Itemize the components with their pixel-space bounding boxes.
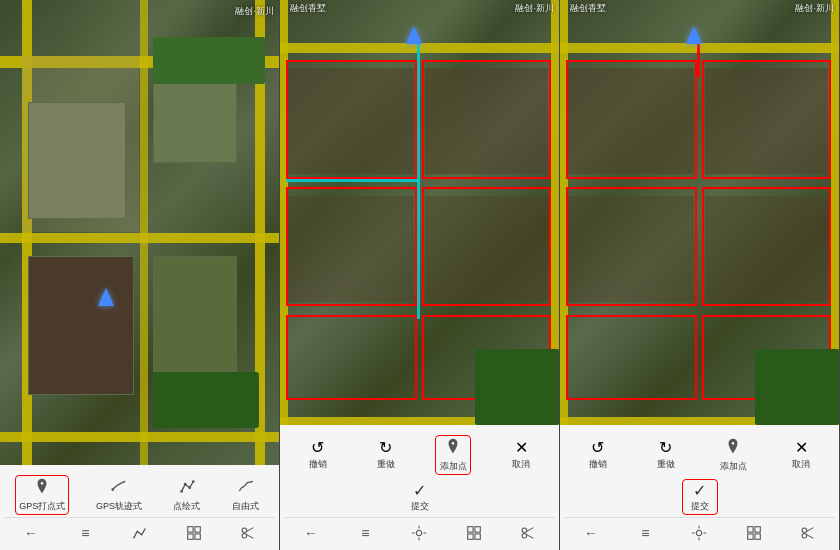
- scissors-button-1[interactable]: [230, 522, 266, 544]
- map-1[interactable]: 融创·新川: [0, 0, 279, 465]
- menu-icon-3: ≡: [641, 525, 649, 541]
- grid-icon-1: [185, 524, 203, 542]
- location-button-3[interactable]: [681, 522, 717, 544]
- gps-mode-label: GPS打点式: [19, 500, 65, 513]
- check-icon-2: ✓: [413, 481, 426, 500]
- svg-rect-21: [747, 534, 752, 539]
- cancel-label-2: 取消: [512, 458, 530, 471]
- svg-point-1: [180, 490, 183, 493]
- scissors-button-3[interactable]: [790, 522, 826, 544]
- gps-mode-button[interactable]: GPS打点式: [15, 475, 69, 515]
- redo-button-2[interactable]: ↻ 重做: [368, 438, 404, 473]
- svg-rect-19: [747, 527, 752, 532]
- menu-button-3[interactable]: ≡: [627, 523, 663, 543]
- cancel-button-2[interactable]: ✕ 取消: [503, 438, 539, 473]
- undo-button-2[interactable]: ↺ 撤销: [300, 438, 336, 473]
- toolbar-bottom-2: ← ≡: [284, 517, 555, 546]
- grid-button-1[interactable]: [176, 522, 212, 544]
- redo-button-3[interactable]: ↻ 重做: [648, 438, 684, 473]
- back-icon-3: ←: [584, 525, 598, 541]
- svg-rect-14: [467, 534, 472, 539]
- scissors-icon-1: [239, 524, 257, 542]
- free-draw-button[interactable]: 自由式: [228, 475, 264, 515]
- dot-draw-button[interactable]: 点绘式: [169, 475, 205, 515]
- add-point-button-2[interactable]: 添加点: [435, 435, 471, 475]
- panel-1: 融创·新川 GPS打点式 GP: [0, 0, 280, 550]
- location-marker-3: [686, 26, 702, 44]
- add-point-label-3: 添加点: [720, 460, 747, 473]
- svg-point-17: [522, 533, 527, 538]
- svg-point-0: [111, 488, 114, 491]
- map-label-3b: 融创·新川: [795, 2, 834, 15]
- menu-button-2[interactable]: ≡: [347, 523, 383, 543]
- svg-point-24: [802, 533, 807, 538]
- gps-track-button[interactable]: GPS轨迹式: [92, 475, 146, 515]
- grid-button-3[interactable]: [736, 522, 772, 544]
- undo-icon-2: ↺: [311, 440, 324, 456]
- gps-track-label: GPS轨迹式: [96, 500, 142, 513]
- add-point-label-2: 添加点: [440, 460, 467, 473]
- map-3[interactable]: 融创香墅 融创·新川: [560, 0, 839, 425]
- submit-button-3[interactable]: ✓ 提交: [682, 479, 718, 515]
- svg-rect-8: [195, 534, 200, 539]
- map-label-3a: 融创香墅: [570, 2, 606, 15]
- svg-rect-15: [475, 534, 480, 539]
- back-button-2[interactable]: ←: [293, 523, 329, 543]
- redo-label-3: 重做: [657, 458, 675, 471]
- grid-button-2[interactable]: [456, 522, 492, 544]
- add-point-icon-3: [724, 437, 742, 458]
- svg-rect-13: [475, 527, 480, 532]
- cancel-icon-3: ✕: [795, 440, 808, 456]
- svg-point-10: [242, 533, 247, 538]
- toolbar-1: GPS打点式 GPS轨迹式: [0, 465, 279, 550]
- location-button-2[interactable]: [401, 522, 437, 544]
- draw-button-1[interactable]: [121, 522, 157, 544]
- undo-label-2: 撤销: [309, 458, 327, 471]
- add-point-button-3[interactable]: 添加点: [715, 435, 751, 475]
- gps-track-icon: [110, 477, 128, 498]
- panel-2: 融创香墅 融创·新川 ↺ 撤销: [280, 0, 560, 550]
- undo-icon-3: ↺: [591, 440, 604, 456]
- toolbar-main-1: GPS打点式 GPS轨迹式: [4, 471, 275, 517]
- toolbar-3: ↺ 撤销 ↻ 重做 添加点 ✕ 取消: [560, 425, 839, 550]
- submit-row-2: ✓ 提交: [284, 477, 555, 517]
- toolbar-main-2: ↺ 撤销 ↻ 重做 添加点 ✕ 取消: [284, 431, 555, 477]
- back-icon-2: ←: [304, 525, 318, 541]
- red-line-v: [697, 43, 700, 77]
- toolbar-main-3: ↺ 撤销 ↻ 重做 添加点 ✕ 取消: [564, 431, 835, 477]
- menu-button-1[interactable]: ≡: [67, 523, 103, 543]
- map-2[interactable]: 融创香墅 融创·新川: [280, 0, 559, 425]
- submit-label-3: 提交: [691, 500, 709, 513]
- submit-label-2: 提交: [411, 500, 429, 513]
- map-label-2b: 融创·新川: [515, 2, 554, 15]
- map-label-1: 融创·新川: [235, 5, 274, 18]
- submit-button-2[interactable]: ✓ 提交: [402, 479, 438, 515]
- svg-point-3: [188, 486, 191, 489]
- location-marker-2: [406, 26, 422, 44]
- svg-rect-5: [187, 527, 192, 532]
- back-button-3[interactable]: ←: [573, 523, 609, 543]
- svg-rect-7: [187, 534, 192, 539]
- scissors-button-2[interactable]: [510, 522, 546, 544]
- svg-rect-12: [467, 527, 472, 532]
- submit-row-3: ✓ 提交: [564, 477, 835, 517]
- svg-point-16: [522, 528, 527, 533]
- menu-icon-2: ≡: [361, 525, 369, 541]
- cancel-label-3: 取消: [792, 458, 810, 471]
- location-marker: [98, 288, 114, 306]
- location-icon-3: [690, 524, 708, 542]
- cancel-icon-2: ✕: [515, 440, 528, 456]
- menu-icon-1: ≡: [81, 525, 89, 541]
- add-point-icon-2: [444, 437, 462, 458]
- red-rect-5: [286, 315, 417, 400]
- svg-point-9: [242, 528, 247, 533]
- free-draw-icon: [237, 477, 255, 498]
- redo-icon-2: ↻: [379, 440, 392, 456]
- back-button-1[interactable]: ←: [13, 523, 49, 543]
- svg-point-2: [184, 483, 187, 486]
- red-rect-3-5: [566, 315, 697, 400]
- cancel-button-3[interactable]: ✕ 取消: [783, 438, 819, 473]
- undo-button-3[interactable]: ↺ 撤销: [580, 438, 616, 473]
- svg-rect-6: [195, 527, 200, 532]
- map-label-2a: 融创香墅: [290, 2, 326, 15]
